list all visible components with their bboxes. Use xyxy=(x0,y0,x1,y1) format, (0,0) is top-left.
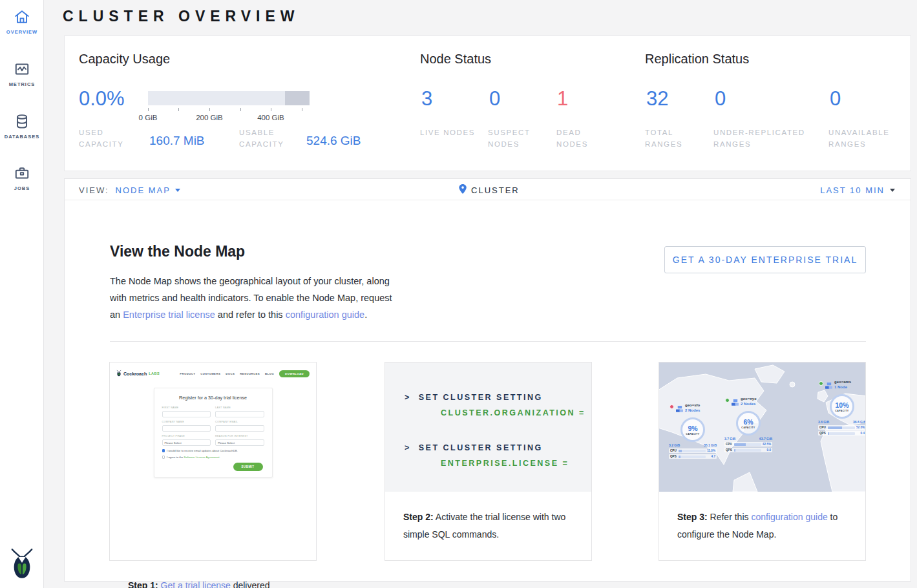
capacity-label: CAPACITY xyxy=(686,433,699,436)
sql-commands-preview: > SET CLUSTER SETTING CLUSTER.ORGANIZATI… xyxy=(385,362,591,492)
cpu-bar xyxy=(828,426,855,429)
step3-label: Step 3: xyxy=(677,512,708,522)
cpu-bar xyxy=(734,443,761,446)
qps-value: 0.4 xyxy=(856,432,865,435)
total-gib: 36.6 GiB xyxy=(853,420,865,424)
chevron-down-icon xyxy=(890,189,895,192)
capacity-percent: 0.0% xyxy=(79,87,125,110)
time-range-dropdown[interactable]: LAST 10 MIN xyxy=(820,179,895,201)
total-gib: 63.7 GiB xyxy=(759,437,772,441)
capacity-ring: 6% CAPACITY xyxy=(736,411,761,436)
enterprise-trial-button[interactable]: GET A 30-DAY ENTERPRISE TRIAL xyxy=(664,246,866,273)
capacity-range: 3.6 GiB 36.6 GiB xyxy=(818,420,865,424)
enterprise-trial-license-link[interactable]: Enterprise trial license xyxy=(123,310,215,320)
step3-text: Refer this xyxy=(708,512,752,522)
preview-download-button: DOWNLOAD xyxy=(279,370,310,377)
used-capacity-label: USED CAPACITY xyxy=(79,127,134,150)
capacity-percent: 9% xyxy=(688,425,697,432)
preview-nav-item: PRODUCT xyxy=(180,372,195,375)
preview-checkbox-row: I agree to the Software License Agreemen… xyxy=(162,456,264,459)
preview-nav-item: DOCS xyxy=(226,372,235,375)
cpu-bar xyxy=(679,450,706,452)
description-text: and refer to this xyxy=(215,310,286,320)
qps-value: 4.7 xyxy=(707,455,715,458)
preview-field-label: COMPANY EMAIL xyxy=(215,421,264,423)
gauge-tick-label: 0 GiB xyxy=(129,114,167,121)
preview-brand-suffix: LABS xyxy=(149,372,160,375)
locale-names: geo=ams 1 Node xyxy=(834,380,851,390)
sidebar-item-metrics[interactable]: METRICS xyxy=(0,61,44,87)
preview-brand: Cockroach LABS xyxy=(116,368,160,379)
node-map-panel: View the Node Map The Node Map shows the… xyxy=(64,200,911,582)
preview-text-input xyxy=(162,425,211,432)
view-dropdown-value: NODE MAP xyxy=(116,185,171,195)
used-gib: 3.6 GiB xyxy=(818,420,829,424)
sql-keyword-line: > SET CLUSTER SETTING xyxy=(405,440,591,456)
metrics-icon xyxy=(0,61,44,78)
cpu-meter: CPU 11.0% xyxy=(669,448,717,453)
sidebar-item-overview[interactable]: OVERVIEW xyxy=(0,8,44,35)
node-cluster-icon xyxy=(825,381,832,392)
suspect-nodes-count: 0 xyxy=(489,87,500,110)
warning-badge-icon xyxy=(669,404,674,409)
sidebar-item-databases[interactable]: DATABASES xyxy=(0,113,44,140)
under-replicated-ranges-label: UNDER-REPLICATED RANGES xyxy=(713,127,820,150)
preview-nav: PRODUCT CUSTOMERS DOCS RESOURCES BLOG DO… xyxy=(180,370,310,377)
total-ranges-label: TOTAL RANGES xyxy=(645,127,703,150)
preview-field-label: COMPANY NAME xyxy=(162,421,211,423)
step2-label: Step 2: xyxy=(403,512,434,522)
capacity-ring: 9% CAPACITY xyxy=(680,417,705,442)
capacity-gauge-reserved-segment xyxy=(285,91,310,105)
qps-bar xyxy=(679,456,706,458)
used-gib: 3.2 GiB xyxy=(669,443,680,447)
locale-node-count: 1 Node xyxy=(834,385,851,390)
sidebar-item-label: JOBS xyxy=(0,185,44,191)
sidebar-item-jobs[interactable]: JOBS xyxy=(0,165,44,191)
cluster-overview-page: OVERVIEW METRICS DATABASES xyxy=(0,0,917,588)
qps-label: QPS xyxy=(670,455,677,458)
scope-indicator: CLUSTER xyxy=(458,179,520,201)
used-gib: 3.7 GiB xyxy=(724,437,735,441)
locale-header: geo=nyc 2 Nodes xyxy=(725,397,774,409)
preview-checkbox-row: I would like to receive email updates ab… xyxy=(162,449,264,452)
total-ranges-count: 32 xyxy=(646,87,668,110)
preview-form-title: Register for a 30-day trial license xyxy=(162,395,264,401)
step3-card: geo=sfo 2 Nodes 9% CAPACITY 3.2 GiB 35.1… xyxy=(659,362,866,561)
view-label: VIEW: xyxy=(79,185,109,195)
view-dropdown[interactable]: NODE MAP xyxy=(116,185,180,195)
step1-card: Cockroach LABS PRODUCT CUSTOMERS DOCS RE… xyxy=(109,362,317,561)
preview-field-label: LAST NAME xyxy=(215,406,264,409)
preview-license-link: Software License Agreement. xyxy=(184,456,220,459)
sidebar-item-label: DATABASES xyxy=(0,134,44,140)
node-map-description: The Node Map shows the geographical layo… xyxy=(110,273,402,323)
total-gib: 35.1 GiB xyxy=(704,443,717,447)
gauge-tick xyxy=(302,108,302,111)
preview-checkbox-checked xyxy=(162,449,165,452)
gauge-tick xyxy=(209,108,210,111)
locale-node-count: 2 Nodes xyxy=(685,408,700,414)
sidebar-item-label: METRICS xyxy=(0,81,44,87)
configuration-guide-link[interactable]: configuration guide xyxy=(286,310,365,320)
configuration-guide-link[interactable]: configuration guide xyxy=(751,512,827,522)
home-icon xyxy=(0,8,44,25)
unavailable-ranges-count: 0 xyxy=(830,87,841,110)
node-cluster-icon xyxy=(732,397,739,409)
node-map-preview: geo=sfo 2 Nodes 9% CAPACITY 3.2 GiB 35.1… xyxy=(659,362,865,492)
capacity-usage-title: Capacity Usage xyxy=(79,52,170,67)
locale-name: geo=sfo xyxy=(685,403,700,408)
sql-command: > SET CLUSTER SETTING CLUSTER.ORGANIZATI… xyxy=(405,390,591,421)
map-locale-ams: geo=ams 1 Node 10% CAPACITY 3.6 GiB 36.6… xyxy=(816,381,865,437)
chevron-down-icon xyxy=(175,189,180,192)
live-nodes-count: 3 xyxy=(421,87,432,110)
capacity-ring: 10% CAPACITY xyxy=(830,394,854,419)
sql-argument-line: ENTERPRISE.LICENSE = xyxy=(441,456,591,471)
locale-header: geo=sfo 2 Nodes xyxy=(669,404,719,415)
cockroach-labs-logo-icon xyxy=(116,368,121,379)
sidebar: OVERVIEW METRICS DATABASES xyxy=(0,0,44,588)
step1-label: Step 1: xyxy=(128,580,158,588)
preview-text-input xyxy=(215,425,264,432)
capacity-label: CAPACITY xyxy=(741,426,755,429)
get-trial-license-link[interactable]: Get a trial license xyxy=(161,580,231,588)
dead-nodes-label: DEAD NODES xyxy=(556,127,615,150)
preview-select: Please Select xyxy=(162,439,211,446)
